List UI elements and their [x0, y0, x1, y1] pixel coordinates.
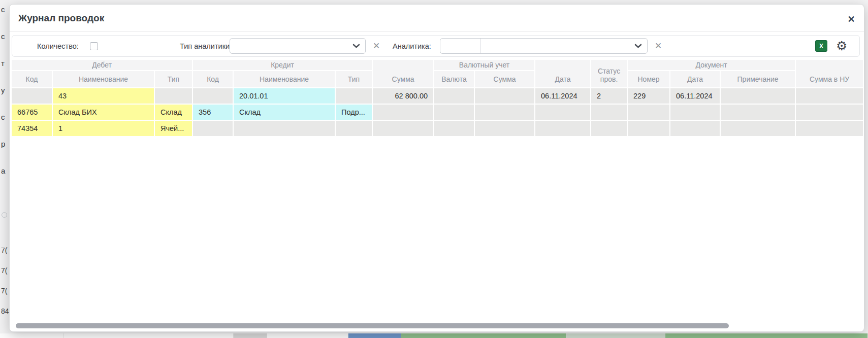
cell-debit-code[interactable]: 74354 [12, 121, 52, 136]
cell-note[interactable] [721, 105, 795, 120]
cell-debit-name[interactable]: 43 [53, 88, 154, 104]
background-cell [63, 333, 234, 338]
table-row: 43 20.01.01 62 800.00 06.11.2024 2 229 0… [12, 88, 863, 104]
background-text-fragment: 7( [1, 266, 9, 275]
col-header-doc-number: Номер [628, 71, 669, 87]
cell-tax-amount[interactable] [796, 88, 863, 104]
background-text-fragment: у [1, 86, 9, 94]
cell-credit-name[interactable] [234, 121, 335, 136]
cell-status[interactable] [591, 121, 627, 136]
clear-icon[interactable]: ✕ [655, 42, 662, 50]
cell-debit-type[interactable]: Ячей... [155, 121, 192, 136]
col-header-doc-date: Дата [670, 71, 720, 87]
cell-currency[interactable] [434, 88, 474, 104]
col-header-status: Статус пров. [591, 60, 627, 87]
background-text-fragment: 7( [1, 246, 9, 254]
cell-debit-name[interactable]: 1 [53, 121, 154, 136]
cell-credit-name[interactable]: 20.01.01 [234, 88, 335, 104]
quantity-checkbox[interactable] [90, 42, 98, 50]
dialog-title: Журнал проводок [18, 13, 104, 24]
background-cell [234, 333, 267, 338]
quantity-label-wrap: Количество: [37, 36, 79, 56]
background-text-fragment: с [1, 32, 9, 41]
cell-tax-amount[interactable] [796, 121, 863, 136]
analytics-select[interactable] [481, 39, 647, 53]
cell-amount[interactable] [373, 105, 433, 120]
col-header-currency: Валюта [434, 71, 474, 87]
cell-amount[interactable] [373, 121, 433, 136]
analytics-type-select-wrap [230, 36, 366, 56]
cell-currency-amount[interactable] [475, 121, 534, 136]
excel-export-button[interactable]: X [815, 40, 827, 52]
cell-doc-number[interactable] [628, 121, 669, 136]
col-header-credit-name: Наименование [234, 71, 335, 87]
cell-date[interactable] [535, 121, 590, 136]
settings-wrap: ⚙ [836, 36, 847, 56]
cell-doc-date[interactable]: 06.11.2024 [670, 88, 720, 104]
horizontal-scrollbar[interactable] [16, 323, 729, 328]
gear-icon[interactable]: ⚙ [836, 40, 847, 52]
dialog-header: Журнал проводок ✕ [10, 5, 864, 32]
cell-debit-type[interactable] [155, 88, 192, 104]
journal-table: Дебет Кредит Сумма Валютный учет Дата Ст… [11, 59, 864, 137]
background-cell [566, 333, 665, 338]
cell-currency[interactable] [434, 121, 474, 136]
screen: с с т у с р а 7( 7( 7( 84 Журнал проводо… [0, 0, 868, 338]
analytics-type-clear-wrap: ✕ [373, 36, 380, 56]
col-header-amount: Сумма [373, 60, 433, 87]
cell-currency-amount[interactable] [475, 105, 534, 120]
cell-debit-type[interactable]: Склад [155, 105, 192, 120]
cell-debit-code[interactable]: 66765 [12, 105, 52, 120]
cell-amount[interactable]: 62 800.00 [373, 88, 433, 104]
clear-icon[interactable]: ✕ [373, 42, 380, 50]
analytics-type-select[interactable] [230, 38, 366, 54]
background-text-fragment: 84 [1, 307, 9, 315]
group-header-credit: Кредит [193, 60, 372, 70]
col-header-debit-name: Наименование [53, 71, 154, 87]
cell-credit-code[interactable] [193, 121, 233, 136]
journal-dialog: Журнал проводок ✕ Количество: Тип аналит… [9, 4, 864, 332]
cell-credit-code[interactable]: 356 [193, 105, 233, 120]
group-header-document: Документ [628, 60, 795, 70]
background-text-fragment: а [1, 166, 9, 175]
col-header-currency-amount: Сумма [475, 71, 534, 87]
cell-credit-type[interactable]: Подр... [336, 105, 372, 120]
journal-table-wrap: Дебет Кредит Сумма Валютный учет Дата Ст… [11, 59, 863, 137]
chevron-down-icon [352, 44, 360, 48]
group-header-debit: Дебет [12, 60, 192, 70]
cell-currency[interactable] [434, 105, 474, 120]
cell-debit-code[interactable] [12, 88, 52, 104]
cell-credit-type[interactable] [336, 121, 372, 136]
col-header-note: Примечание [721, 71, 795, 87]
close-icon[interactable]: ✕ [846, 14, 857, 25]
cell-debit-name[interactable]: Склад БИХ [53, 105, 154, 120]
cell-currency-amount[interactable] [475, 88, 534, 104]
col-header-date: Дата [535, 60, 590, 87]
cell-status[interactable]: 2 [591, 88, 627, 104]
cell-tax-amount[interactable] [796, 105, 863, 120]
cell-doc-number[interactable]: 229 [628, 88, 669, 104]
background-cell [0, 333, 63, 338]
analytics-clear-wrap: ✕ [655, 36, 662, 56]
filter-panel: Количество: Тип аналитики: ✕ Аналитика: [12, 35, 860, 57]
background-circle-icon [2, 212, 7, 218]
cell-doc-date[interactable] [670, 105, 720, 120]
table-row: 74354 1 Ячей... [12, 121, 863, 136]
cell-note[interactable] [721, 88, 795, 104]
cell-credit-name[interactable]: Склад [234, 105, 335, 120]
quantity-label: Количество: [37, 42, 79, 50]
cell-credit-code[interactable] [193, 88, 233, 104]
cell-status[interactable] [591, 105, 627, 120]
analytics-code-input[interactable] [440, 39, 481, 53]
cell-credit-type[interactable] [336, 88, 372, 104]
cell-note[interactable] [721, 121, 795, 136]
cell-date[interactable] [535, 105, 590, 120]
col-header-credit-code: Код [193, 71, 233, 87]
cell-doc-date[interactable] [670, 121, 720, 136]
chevron-down-icon [634, 44, 642, 48]
cell-date[interactable]: 06.11.2024 [535, 88, 590, 104]
background-cell [401, 333, 566, 338]
analytics-type-label: Тип аналитики: [180, 42, 232, 50]
cell-doc-number[interactable] [628, 105, 669, 120]
analytics-combo-wrap [440, 36, 648, 56]
